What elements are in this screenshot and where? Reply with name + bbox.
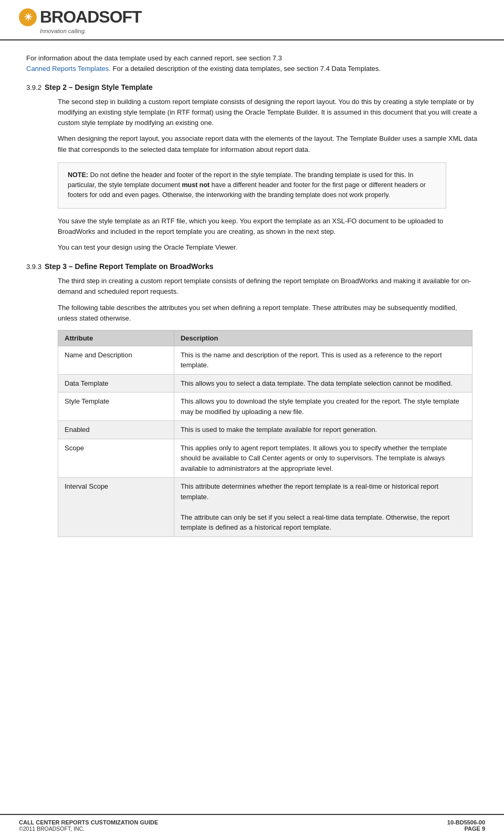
note-label: NOTE:: [68, 171, 88, 179]
attr-name-cell: Style Template: [58, 393, 174, 421]
table-header-row: Attribute Description: [58, 330, 472, 346]
section-393-number: 3.9.3: [26, 263, 41, 271]
table-row: Style TemplateThis allows you to downloa…: [58, 393, 472, 421]
section-393-header: 3.9.3 Step 3 – Define Report Template on…: [26, 262, 478, 271]
attr-name-cell: Name and Description: [58, 346, 174, 374]
footer-doc-number: 10-BD5506-00: [447, 819, 485, 825]
intro-line1: For information about the data template …: [26, 53, 478, 74]
col-attribute-header: Attribute: [58, 330, 174, 346]
attr-desc-cell: This applies only to agent report templa…: [174, 439, 472, 478]
section-393-para1: The third step in creating a custom repo…: [26, 276, 478, 297]
attributes-table-wrapper: Attribute Description Name and Descripti…: [26, 330, 478, 537]
page-header: ✳ BROADSOFT Innovation calling.: [0, 0, 504, 40]
footer-guide-title: CALL CENTER REPORTS CUSTOMIZATION GUIDE: [19, 819, 158, 825]
table-row: EnabledThis is used to make the template…: [58, 421, 472, 439]
main-content: For information about the data template …: [0, 40, 504, 553]
note-box: NOTE: Do not define the header and foote…: [58, 162, 446, 209]
attr-desc-cell: This attribute determines whether the re…: [174, 478, 472, 537]
attr-desc-cell: This allows you to select a data templat…: [174, 374, 472, 393]
section-392-para4: You can test your design using the Oracl…: [26, 242, 478, 253]
attr-desc-cell: This allows you to download the style te…: [174, 393, 472, 421]
section-393-para2: The following table describes the attrib…: [26, 303, 478, 324]
footer-copyright: ©2011 BROADSOFT, INC.: [19, 825, 158, 832]
attributes-table: Attribute Description Name and Descripti…: [58, 330, 472, 537]
section-393: 3.9.3 Step 3 – Define Report Template on…: [26, 262, 478, 537]
footer-left: CALL CENTER REPORTS CUSTOMIZATION GUIDE …: [19, 819, 158, 832]
section-392-number: 3.9.2: [26, 84, 41, 91]
col-description-header: Description: [174, 330, 472, 346]
attr-desc-cell: This is the name and description of the …: [174, 346, 472, 374]
table-row: Interval ScopeThis attribute determines …: [58, 478, 472, 537]
table-row: Name and DescriptionThis is the name and…: [58, 346, 472, 374]
logo-star-icon: ✳: [19, 8, 37, 26]
section-392-para3: You save the style template as an RTF fi…: [26, 216, 478, 237]
attr-name-cell: Enabled: [58, 421, 174, 439]
attr-name-cell: Data Template: [58, 374, 174, 393]
section-392-header: 3.9.2 Step 2 – Design Style Template: [26, 83, 478, 91]
link1-text: Canned Reports Templates.: [26, 65, 111, 73]
attr-name-cell: Scope: [58, 439, 174, 478]
attr-name-cell: Interval Scope: [58, 478, 174, 537]
canned-reports-link[interactable]: Canned Reports Templates.: [26, 65, 111, 73]
logo-area: ✳ BROADSOFT Innovation calling.: [19, 7, 142, 34]
section-392-para2: When designing the report layout, you as…: [26, 133, 478, 154]
table-row: Data TemplateThis allows you to select a…: [58, 374, 472, 393]
logo-tagline: Innovation calling.: [40, 28, 86, 34]
broadsoft-logo: ✳ BROADSOFT: [19, 7, 142, 27]
note-bold-text: must not: [182, 181, 210, 189]
section-393-title: Step 3 – Define Report Template on Broad…: [45, 262, 214, 271]
table-row: ScopeThis applies only to agent report t…: [58, 439, 472, 478]
intro-text-1: For information about the data template …: [26, 54, 282, 62]
section-392: 3.9.2 Step 2 – Design Style Template The…: [26, 83, 478, 253]
section-392-para1: The second step in building a custom rep…: [26, 97, 478, 128]
attr-desc-cell: This is used to make the template availa…: [174, 421, 472, 439]
logo-text: BROADSOFT: [40, 7, 142, 27]
footer-page-number: PAGE 9: [447, 825, 485, 832]
intro-text-2: For a detailed description of the existi…: [113, 65, 381, 73]
page-footer: CALL CENTER REPORTS CUSTOMIZATION GUIDE …: [0, 814, 504, 836]
footer-right: 10-BD5506-00 PAGE 9: [447, 819, 485, 832]
section-392-title: Step 2 – Design Style Template: [45, 83, 153, 91]
